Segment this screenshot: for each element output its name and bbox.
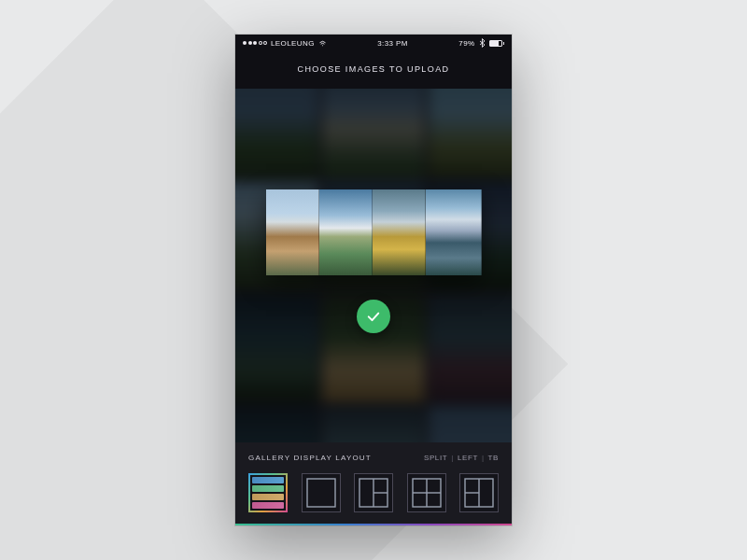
svg-rect-1 <box>307 479 335 507</box>
layout-left-split-icon <box>355 474 392 511</box>
layout-option-quad[interactable] <box>407 473 446 512</box>
phone-frame: LEOLEUNG 3:33 PM 79% CHOOSE IMAGES TO UP… <box>235 35 512 525</box>
page-title: CHOOSE IMAGES TO UPLOAD <box>235 51 512 89</box>
layout-option-single[interactable] <box>302 473 341 512</box>
selected-image[interactable] <box>319 189 373 275</box>
battery-icon <box>489 40 505 47</box>
selected-images-strip[interactable] <box>266 189 482 275</box>
battery-percent: 79% <box>458 39 474 48</box>
separator: | <box>482 454 485 462</box>
statusbar: LEOLEUNG 3:33 PM 79% <box>235 35 512 51</box>
layout-single-icon <box>303 474 340 511</box>
svg-point-0 <box>322 45 323 46</box>
layout-options <box>248 473 499 512</box>
gallery-stage <box>235 89 512 442</box>
layout-section-label: GALLERY DISPLAY LAYOUT <box>248 454 372 462</box>
mode-option[interactable]: TB <box>488 454 499 462</box>
mode-option[interactable]: SPLIT <box>424 454 447 462</box>
selected-image[interactable] <box>373 189 426 275</box>
layout-modes: SPLIT | LEFT | TB <box>424 454 499 462</box>
bluetooth-icon <box>479 38 486 48</box>
separator: | <box>451 454 454 462</box>
mode-option[interactable]: LEFT <box>458 454 478 462</box>
confirm-button[interactable] <box>357 300 390 333</box>
check-icon <box>365 308 382 325</box>
clock: 3:33 PM <box>377 39 408 48</box>
selected-image[interactable] <box>426 189 482 275</box>
layout-quad-icon <box>408 474 445 511</box>
layout-option-right-split[interactable] <box>459 473 499 512</box>
signal-dots-icon <box>243 41 267 45</box>
layout-option-rows[interactable] <box>248 473 288 512</box>
layout-option-left-split[interactable] <box>354 473 393 512</box>
selected-image[interactable] <box>266 189 319 275</box>
layout-right-split-icon <box>460 474 498 511</box>
wifi-icon <box>318 39 327 48</box>
carrier-label: LEOLEUNG <box>271 39 315 48</box>
bottom-gradient-bar <box>235 524 512 525</box>
footer-panel: GALLERY DISPLAY LAYOUT SPLIT | LEFT | TB <box>235 442 512 525</box>
